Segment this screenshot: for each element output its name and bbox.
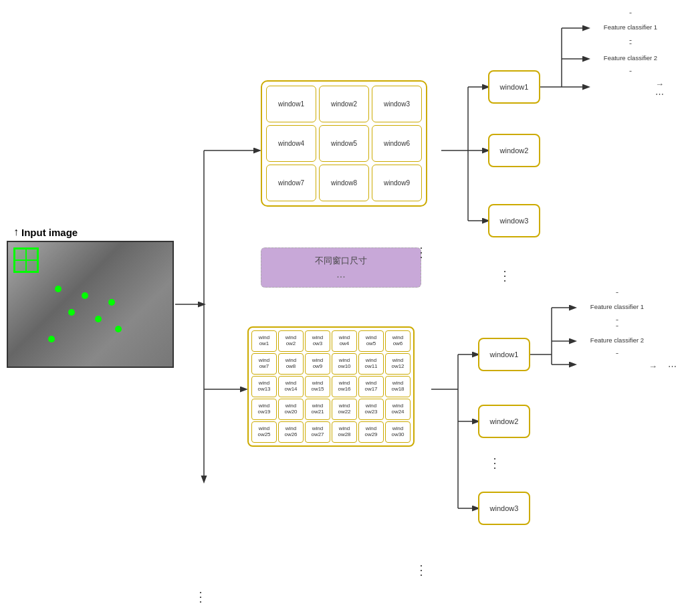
input-image-box <box>7 241 174 368</box>
different-windows-dots: ... <box>336 268 345 280</box>
small-cell-26: window26 <box>278 421 304 443</box>
small-cell-24: window24 <box>385 399 411 420</box>
small-cell-15: window15 <box>305 376 330 397</box>
different-windows-box: 不同窗口尺寸 ... <box>261 247 421 288</box>
small-cell-27: window27 <box>305 421 330 443</box>
right-top-window2: window2 <box>488 134 540 167</box>
small-cell-9: window9 <box>305 353 330 375</box>
small-cell-6: window6 <box>385 330 411 352</box>
large-cell-2: window2 <box>319 86 369 122</box>
dots-bottom-main: ⋮ <box>194 589 209 605</box>
small-cell-1: window1 <box>251 330 277 352</box>
bottom-classifier-2: Feature classifier 2 <box>574 326 661 353</box>
input-image-label: ↑ Input image <box>13 226 78 238</box>
dot-1 <box>55 286 62 292</box>
small-cell-2: window2 <box>278 330 304 352</box>
small-cell-25: window25 <box>251 421 277 443</box>
dot-6 <box>115 326 122 332</box>
small-cell-18: window18 <box>385 376 411 397</box>
right-top-window1: window1 <box>488 70 540 104</box>
small-cell-30: window30 <box>385 421 411 443</box>
dot-5 <box>95 316 102 322</box>
right-bottom-window3: window3 <box>478 492 530 525</box>
dots-bottom-right: ⋮ <box>415 562 429 578</box>
small-cell-13: window13 <box>251 376 277 397</box>
dot-4 <box>68 309 75 316</box>
small-cell-7: window7 <box>251 353 277 375</box>
small-cell-17: window17 <box>358 376 384 397</box>
top-classifier-2: Feature classifier 2 <box>587 44 674 71</box>
small-cell-29: window29 <box>358 421 384 443</box>
classifier-bottom-dots: → ⋯ <box>649 361 681 371</box>
small-cell-3: window3 <box>305 330 330 352</box>
dots-right-mid: ⋮ <box>498 268 513 284</box>
grid-overlay <box>13 247 39 273</box>
right-bottom-window2: window2 <box>478 405 530 438</box>
diagram: ↑ Input image window1 window2 window3 <box>0 0 686 616</box>
classifier-top-dots: → ⋯ <box>655 79 686 99</box>
bottom-classifier-1: Feature classifier 1 <box>574 293 661 320</box>
dots-mid-right-top: ⋮ <box>415 244 429 260</box>
small-cell-5: window5 <box>358 330 384 352</box>
large-cell-7: window7 <box>266 165 316 201</box>
large-cell-3: window3 <box>372 86 422 122</box>
small-cell-28: window28 <box>332 421 357 443</box>
dot-3 <box>108 299 115 306</box>
large-cell-1: window1 <box>266 86 316 122</box>
face-background <box>8 242 173 367</box>
small-cell-21: window21 <box>305 399 330 420</box>
small-cell-12: window12 <box>385 353 411 375</box>
different-windows-label: 不同窗口尺寸 <box>315 255 367 267</box>
large-cell-9: window9 <box>372 165 422 201</box>
small-cell-20: window20 <box>278 399 304 420</box>
dots-right-bottom: ⋮ <box>488 455 503 471</box>
large-cell-8: window8 <box>319 165 369 201</box>
large-cell-5: window5 <box>319 125 369 162</box>
small-cell-23: window23 <box>358 399 384 420</box>
dot-2 <box>82 292 88 299</box>
small-cell-16: window16 <box>332 376 357 397</box>
small-cell-11: window11 <box>358 353 384 375</box>
small-cell-14: window14 <box>278 376 304 397</box>
dot-7 <box>48 336 55 342</box>
small-window-grid: window1 window2 window3 window4 window5 … <box>247 326 415 447</box>
small-cell-10: window10 <box>332 353 357 375</box>
up-arrow-icon: ↑ <box>13 226 19 238</box>
top-classifier-1: Feature classifier 1 <box>587 13 674 40</box>
large-cell-4: window4 <box>266 125 316 162</box>
right-bottom-window1: window1 <box>478 338 530 371</box>
small-cell-8: window8 <box>278 353 304 375</box>
small-cell-22: window22 <box>332 399 357 420</box>
right-top-window3: window3 <box>488 204 540 237</box>
small-cell-4: window4 <box>332 330 357 352</box>
large-window-grid: window1 window2 window3 window4 window5 … <box>261 80 427 207</box>
small-cell-19: window19 <box>251 399 277 420</box>
large-cell-6: window6 <box>372 125 422 162</box>
